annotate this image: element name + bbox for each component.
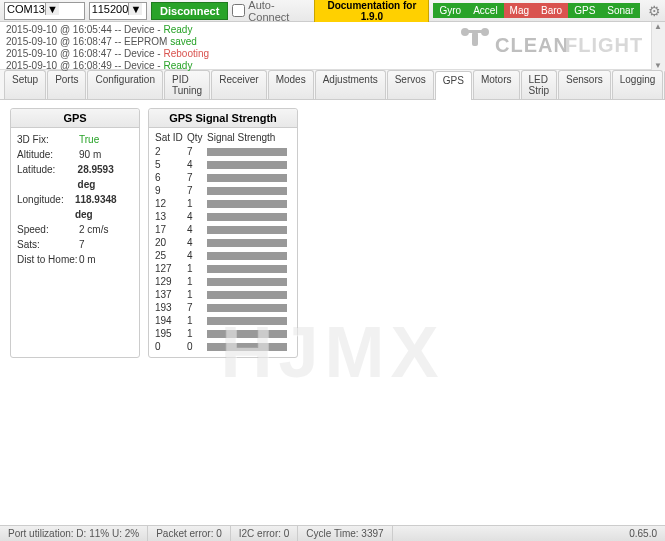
gps-row: Longitude:118.9348 deg [17,192,133,222]
status-cycle-time: Cycle Time: 3397 [298,526,392,542]
chevron-down-icon: ▼ [45,3,59,15]
signal-row: 204 [155,236,291,249]
tab-bar: SetupPortsConfigurationPID TuningReceive… [0,70,665,100]
auto-connect-label: Auto-Connect [248,0,306,23]
tab-servos[interactable]: Servos [387,70,434,99]
gear-icon[interactable]: ⚙ [648,3,661,19]
signal-row: 1937 [155,301,291,314]
tab-setup[interactable]: Setup [4,70,46,99]
signal-row: 67 [155,171,291,184]
indicator-gyro: Gyro [433,3,467,18]
gps-row: Dist to Home:0 m [17,252,133,267]
indicator-sonar: Sonar [601,3,640,18]
status-i2c-error: I2C error: 0 [231,526,299,542]
signal-row: 1271 [155,262,291,275]
signal-row: 1941 [155,314,291,327]
tab-motors[interactable]: Motors [473,70,520,99]
signal-row: 121 [155,197,291,210]
gps-row: Altitude:90 m [17,147,133,162]
gps-row: Latitude:28.9593 deg [17,162,133,192]
auto-connect-checkbox[interactable]: Auto-Connect [232,0,306,23]
gps-row: Sats:7 [17,237,133,252]
status-packet-error: Packet error: 0 [148,526,231,542]
tab-ports[interactable]: Ports [47,70,86,99]
signal-row: 54 [155,158,291,171]
signal-row: 174 [155,223,291,236]
signal-row: 254 [155,249,291,262]
tab-configuration[interactable]: Configuration [87,70,162,99]
sensor-indicators: Gyro Accel Mag Baro GPS Sonar [433,3,640,18]
signal-row: 1371 [155,288,291,301]
signal-row: 1951 [155,327,291,340]
status-version: 0.65.0 [621,528,665,539]
indicator-mag: Mag [504,3,535,18]
signal-header-row: Sat ID Qty Signal Strength [155,132,291,143]
gps-panel: GPS 3D Fix:TrueAltitude:90 mLatitude:28.… [10,108,140,358]
signal-panel-header: GPS Signal Strength [149,109,297,128]
tab-logging[interactable]: Logging [612,70,664,99]
signal-row: 1291 [155,275,291,288]
documentation-button[interactable]: Documentation for 1.9.0 [314,0,429,25]
svg-text:CLEAN: CLEAN [495,34,569,56]
tab-pid-tuning[interactable]: PID Tuning [164,70,210,99]
cleanflight-logo: CLEAN FLIGHT [447,24,647,66]
auto-connect-input[interactable] [232,4,245,17]
signal-row: 27 [155,145,291,158]
top-bar: COM13▼ 115200▼ Disconnect Auto-Connect D… [0,0,665,22]
indicator-baro: Baro [535,3,568,18]
gps-row: Speed:2 cm/s [17,222,133,237]
content-area: GPS 3D Fix:TrueAltitude:90 mLatitude:28.… [0,100,665,535]
tab-adjustments[interactable]: Adjustments [315,70,386,99]
tab-sensors[interactable]: Sensors [558,70,611,99]
indicator-accel: Accel [467,3,503,18]
status-bar: Port utilization: D: 11% U: 2% Packet er… [0,525,665,541]
gps-panel-header: GPS [11,109,139,128]
tab-gps[interactable]: GPS [435,71,472,100]
tab-led-strip[interactable]: LED Strip [521,70,558,99]
svg-rect-3 [472,32,478,46]
log-scrollbar[interactable] [651,22,665,70]
chevron-down-icon: ▼ [128,3,142,15]
baud-select[interactable]: 115200▼ [89,2,147,20]
signal-row: 00 [155,340,291,353]
log-area: 2015-09-10 @ 16:05:44 -- Device - Ready2… [0,22,665,70]
signal-panel: GPS Signal Strength Sat ID Qty Signal St… [148,108,298,358]
indicator-gps: GPS [568,3,601,18]
port-select[interactable]: COM13▼ [4,2,85,20]
gps-row: 3D Fix:True [17,132,133,147]
signal-row: 134 [155,210,291,223]
tab-receiver[interactable]: Receiver [211,70,266,99]
status-port-util: Port utilization: D: 11% U: 2% [0,526,148,542]
tab-modes[interactable]: Modes [268,70,314,99]
svg-text:FLIGHT: FLIGHT [565,34,643,56]
disconnect-button[interactable]: Disconnect [151,2,228,20]
signal-row: 97 [155,184,291,197]
